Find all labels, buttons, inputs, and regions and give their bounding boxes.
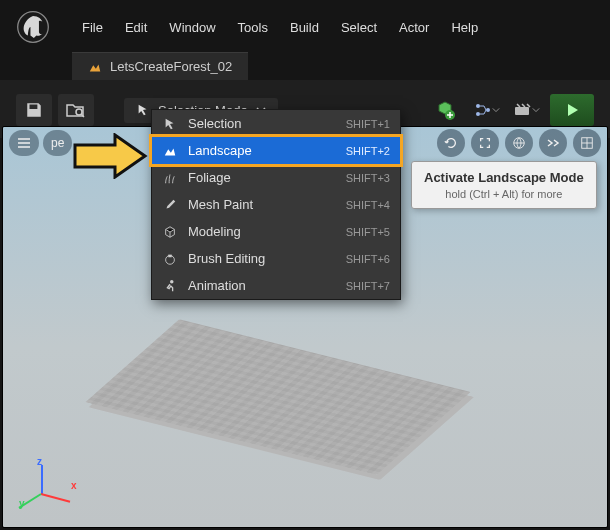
cursor-icon: [136, 103, 150, 117]
axis-z-label: z: [37, 456, 42, 467]
save-button[interactable]: [16, 94, 52, 126]
menu-window[interactable]: Window: [169, 20, 215, 35]
circle-icon: [162, 252, 178, 266]
mode-label: Landscape: [188, 143, 252, 158]
svg-point-3: [476, 104, 480, 108]
tooltip-sub: hold (Ctrl + Alt) for more: [424, 188, 584, 200]
viewport-mode-label: pe: [51, 136, 64, 150]
mode-shortcut: SHIFT+1: [346, 118, 390, 130]
tooltip: Activate Landscape Mode hold (Ctrl + Alt…: [411, 161, 597, 209]
menu-help[interactable]: Help: [451, 20, 478, 35]
add-content-button[interactable]: [426, 94, 464, 126]
cubes-icon: [162, 225, 178, 239]
tab-row: LetsCreateForest_02: [0, 50, 610, 80]
mode-label: Foliage: [188, 170, 231, 185]
viewport-grid-button[interactable]: [573, 129, 601, 157]
browse-content-button[interactable]: [58, 94, 94, 126]
menu-bar: File Edit Window Tools Build Select Acto…: [0, 0, 610, 50]
menu-actor[interactable]: Actor: [399, 20, 429, 35]
unreal-logo-icon: [16, 10, 50, 44]
tab-title: LetsCreateForest_02: [110, 59, 232, 74]
mode-label: Animation: [188, 278, 246, 293]
svg-rect-6: [515, 107, 529, 115]
menu-edit[interactable]: Edit: [125, 20, 147, 35]
tooltip-title: Activate Landscape Mode: [424, 170, 584, 185]
mode-item-modeling[interactable]: Modeling SHIFT+5: [152, 218, 400, 245]
callout-arrow-icon: [70, 133, 150, 179]
tab-level[interactable]: LetsCreateForest_02: [72, 52, 248, 80]
viewport-globe-button[interactable]: [505, 129, 533, 157]
viewport-maximize-button[interactable]: [471, 129, 499, 157]
mode-shortcut: SHIFT+2: [346, 145, 390, 157]
svg-point-5: [486, 108, 490, 112]
editor-mode-dropdown: Selection SHIFT+1 Landscape SHIFT+2 Foli…: [151, 109, 401, 300]
viewport-perspective-button[interactable]: pe: [43, 130, 72, 156]
mode-item-animation[interactable]: Animation SHIFT+7: [152, 272, 400, 299]
mode-item-selection[interactable]: Selection SHIFT+1: [152, 110, 400, 137]
menu-build[interactable]: Build: [290, 20, 319, 35]
landscape-floor: [85, 319, 470, 475]
mode-shortcut: SHIFT+7: [346, 280, 390, 292]
mode-label: Brush Editing: [188, 251, 265, 266]
mode-label: Selection: [188, 116, 241, 131]
viewport-options-button[interactable]: [9, 130, 39, 156]
mode-label: Modeling: [188, 224, 241, 239]
running-icon: [162, 279, 178, 293]
cinematics-button[interactable]: [510, 94, 544, 126]
cursor-icon: [162, 117, 178, 131]
grass-icon: [162, 171, 178, 185]
svg-point-10: [170, 279, 174, 283]
play-button[interactable]: [550, 94, 594, 126]
mode-item-brush-editing[interactable]: Brush Editing SHIFT+6: [152, 245, 400, 272]
menu-file[interactable]: File: [82, 20, 103, 35]
mode-shortcut: SHIFT+6: [346, 253, 390, 265]
blueprints-button[interactable]: [470, 94, 504, 126]
mode-label: Mesh Paint: [188, 197, 253, 212]
viewport-refresh-button[interactable]: [437, 129, 465, 157]
mountain-icon: [162, 144, 178, 158]
mode-item-landscape[interactable]: Landscape SHIFT+2: [149, 134, 403, 167]
menu-select[interactable]: Select: [341, 20, 377, 35]
mode-item-mesh-paint[interactable]: Mesh Paint SHIFT+4: [152, 191, 400, 218]
viewport-more-button[interactable]: [539, 129, 567, 157]
level-icon: [88, 60, 102, 74]
mode-item-foliage[interactable]: Foliage SHIFT+3: [152, 164, 400, 191]
brush-icon: [162, 198, 178, 212]
axis-y-label: y: [19, 498, 25, 509]
axis-gizmo: z x y: [21, 453, 81, 513]
mode-shortcut: SHIFT+5: [346, 226, 390, 238]
menu-tools[interactable]: Tools: [238, 20, 268, 35]
svg-point-4: [476, 112, 480, 116]
mode-shortcut: SHIFT+3: [346, 172, 390, 184]
axis-x-label: x: [71, 480, 77, 491]
mode-shortcut: SHIFT+4: [346, 199, 390, 211]
